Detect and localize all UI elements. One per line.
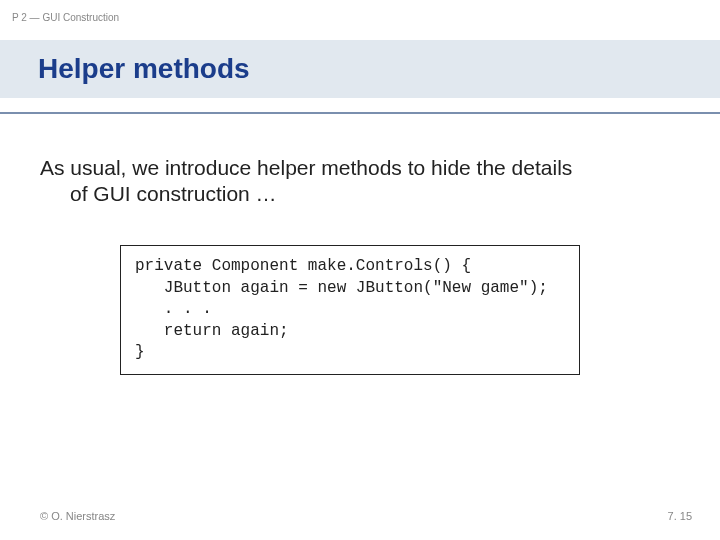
footer-author: © O. Nierstrasz [40, 510, 115, 522]
slide: P 2 — GUI Construction Helper methods As… [0, 0, 720, 540]
body-text: As usual, we introduce helper methods to… [40, 155, 660, 208]
breadcrumb: P 2 — GUI Construction [12, 12, 119, 23]
title-band: Helper methods [0, 40, 720, 98]
divider [0, 112, 720, 114]
body-line-1: As usual, we introduce helper methods to… [40, 156, 572, 179]
slide-title: Helper methods [38, 53, 250, 85]
body-line-2: of GUI construction … [40, 181, 660, 207]
code-box: private Component make.Controls() { JBut… [120, 245, 580, 375]
footer-page: 7. 15 [668, 510, 692, 522]
